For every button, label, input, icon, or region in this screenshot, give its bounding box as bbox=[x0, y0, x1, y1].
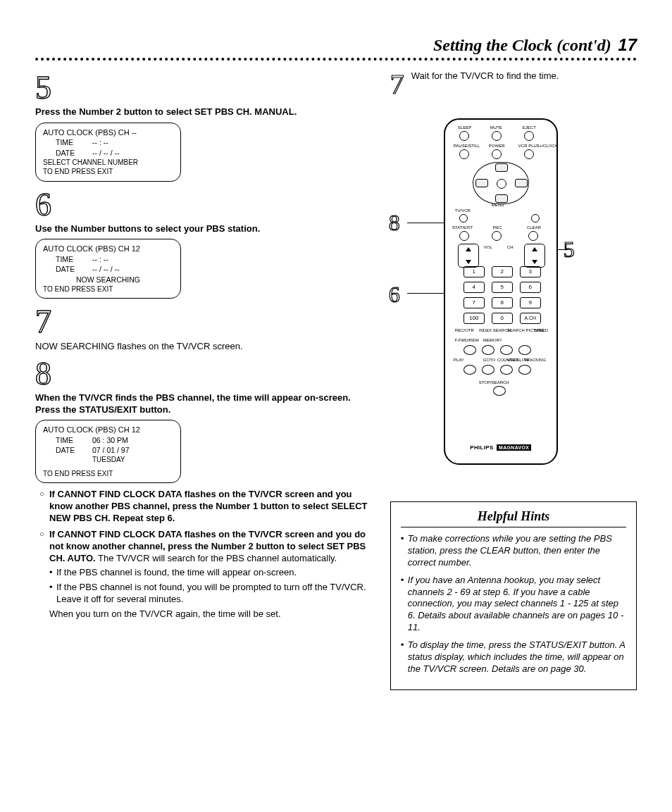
label-speed: SPEED bbox=[534, 328, 548, 332]
mute-button bbox=[492, 131, 502, 141]
right-step-7: 7 Wait for the TV/VCR to find the time. bbox=[390, 70, 637, 99]
osd6-footer: TO END PRESS EXIT bbox=[43, 285, 173, 294]
nav-left bbox=[475, 179, 488, 187]
label-clear: CLEAR bbox=[527, 225, 541, 230]
step-6-instruction: Use the Number buttons to select your PB… bbox=[35, 223, 369, 235]
remote-callout-5: 5 bbox=[564, 237, 575, 263]
hint-2: If you have an Antenna hookup, you may s… bbox=[401, 575, 626, 634]
page-number: 17 bbox=[618, 35, 637, 54]
step-number-8: 8 bbox=[35, 359, 51, 388]
remote-control-illustration: SLEEP MUTE EJECT PAUSE/STILL POWER VCR P… bbox=[444, 118, 558, 465]
osd5-footer1: SELECT CHANNEL NUMBER bbox=[43, 158, 173, 168]
numpad-6: 6 bbox=[520, 282, 541, 293]
label-tvvcr: TV/VCR bbox=[455, 208, 471, 213]
note-item-1-text: If CANNOT FIND CLOCK DATA flashes on the… bbox=[49, 489, 367, 523]
label-vol: VOL bbox=[484, 245, 492, 249]
notes-list: If CANNOT FIND CLOCK DATA flashes on the… bbox=[39, 489, 369, 620]
numpad-9: 9 bbox=[520, 297, 541, 308]
transport-btn-5 bbox=[463, 365, 476, 375]
osd5-date-label: DATE bbox=[43, 148, 92, 158]
sub-note-after: When you turn on the TV/VCR again, the t… bbox=[49, 608, 369, 620]
label-sleep: SLEEP bbox=[458, 125, 471, 130]
sleep-button bbox=[459, 131, 469, 141]
helpful-hints-title: Helpful Hints bbox=[401, 509, 626, 527]
remote-brand: PHILIPS MAGNAVOX bbox=[445, 444, 556, 451]
left-column: 5 Press the Number 2 button to select SE… bbox=[35, 70, 369, 690]
note-item-2-tail: The TV/VCR will search for the PBS chann… bbox=[96, 553, 337, 563]
pause-still-button bbox=[459, 149, 469, 159]
osd6-status: NOW SEARCHING bbox=[43, 275, 173, 285]
step-7-instruction: NOW SEARCHING flashes on the TV/VCR scre… bbox=[35, 341, 369, 352]
status-exit-button bbox=[459, 231, 469, 241]
nav-down bbox=[495, 194, 508, 203]
numpad-1: 1 bbox=[463, 266, 485, 277]
right-column: 7 Wait for the TV/VCR to find the time. … bbox=[390, 70, 637, 690]
label-menu: MENU bbox=[492, 203, 504, 207]
rec-button bbox=[492, 231, 502, 241]
label-power: POWER bbox=[489, 144, 505, 148]
osd6-time-value: -- : -- bbox=[92, 254, 108, 264]
osd8-time-value: 06 : 30 PM bbox=[92, 435, 128, 445]
osd5-date-value: -- / -- / -- bbox=[92, 148, 119, 158]
sub-note-list: If the PBS channel is found, the time wi… bbox=[49, 567, 369, 606]
transport-btn-8 bbox=[518, 365, 531, 375]
right-step-7-number: 7 bbox=[390, 70, 404, 99]
osd-display-step8: AUTO CLOCK (PBS) CH 12 TIME06 : 30 PM DA… bbox=[35, 420, 181, 483]
step-number-6: 6 bbox=[35, 190, 51, 219]
nav-right bbox=[515, 179, 528, 187]
transport-btn-6 bbox=[482, 365, 494, 375]
label-ch: CH bbox=[507, 245, 514, 249]
numpad-0: 0 bbox=[492, 313, 513, 324]
hint-1: To make corrections while you are settin… bbox=[401, 533, 626, 569]
remote-callout-6: 6 bbox=[389, 282, 400, 308]
power-button bbox=[492, 149, 502, 159]
sub-note-1: If the PBS channel is found, the time wi… bbox=[49, 567, 369, 579]
right-step-7-text: Wait for the TV/VCR to find the time. bbox=[411, 70, 559, 81]
numpad-3: 3 bbox=[520, 266, 541, 277]
osd8-date-label: DATE bbox=[43, 445, 92, 455]
osd5-time-value: -- : -- bbox=[92, 137, 108, 147]
label-goto: GOTO bbox=[483, 358, 496, 362]
step-number-7: 7 bbox=[35, 307, 51, 336]
label-tracking: TRACKING bbox=[524, 358, 546, 362]
transport-btn-3 bbox=[500, 345, 513, 355]
label-mute: MUTE bbox=[490, 125, 502, 130]
osd8-day: TUESDAY bbox=[43, 455, 173, 465]
page-header: Setting the Clock (cont'd) 17 bbox=[35, 35, 637, 61]
osd6-date-value: -- / -- / -- bbox=[92, 264, 119, 274]
vcrplus-button bbox=[524, 149, 534, 159]
osd8-footer: TO END PRESS EXIT bbox=[43, 469, 173, 479]
page-title-text: Setting the Clock (cont'd) bbox=[433, 36, 611, 54]
transport-btn-1 bbox=[463, 345, 476, 355]
rec-otr-button bbox=[531, 214, 540, 223]
osd6-date-label: DATE bbox=[43, 264, 92, 274]
numpad-100: 100 bbox=[463, 313, 485, 324]
osd5-header: AUTO CLOCK (PBS) CH -- bbox=[43, 127, 173, 138]
label-status-exit: STAT/EXIT bbox=[452, 225, 473, 230]
osd6-time-label: TIME bbox=[43, 254, 92, 264]
brand-philips: PHILIPS bbox=[470, 444, 493, 451]
osd5-time-label: TIME bbox=[43, 137, 92, 147]
label-rec: REC bbox=[493, 225, 502, 230]
numpad-5: 5 bbox=[492, 282, 513, 293]
remote-diagram: 8 6 5 SLEEP MUTE EJECT PAUSE/STILL POWER bbox=[390, 118, 637, 485]
note-item-1: If CANNOT FIND CLOCK DATA flashes on the… bbox=[39, 489, 369, 525]
helpful-hints-box: Helpful Hints To make corrections while … bbox=[390, 501, 637, 690]
step-number-5: 5 bbox=[35, 73, 51, 102]
label-memory: MEMORY bbox=[483, 338, 502, 342]
numpad-4: 4 bbox=[463, 282, 485, 293]
remote-callout-8: 8 bbox=[389, 210, 400, 236]
osd8-time-label: TIME bbox=[43, 435, 92, 445]
note-item-2: If CANNOT FIND CLOCK DATA flashes on the… bbox=[39, 529, 369, 620]
osd8-date-value: 07 / 01 / 97 bbox=[92, 445, 130, 455]
sub-note-2: If the PBS channel is not found, you wil… bbox=[49, 582, 369, 606]
tvvcr-button bbox=[459, 214, 468, 223]
label-fwd-rew: F.FWD/REW bbox=[455, 338, 479, 342]
numpad-2: 2 bbox=[492, 266, 513, 277]
transport-btn-7 bbox=[500, 365, 513, 375]
nav-center bbox=[497, 179, 506, 189]
step-5-instruction: Press the Number 2 button to select SET … bbox=[35, 106, 369, 118]
ch-rocker bbox=[524, 244, 545, 268]
transport-btn-4 bbox=[518, 345, 531, 355]
numpad-8: 8 bbox=[492, 297, 513, 308]
